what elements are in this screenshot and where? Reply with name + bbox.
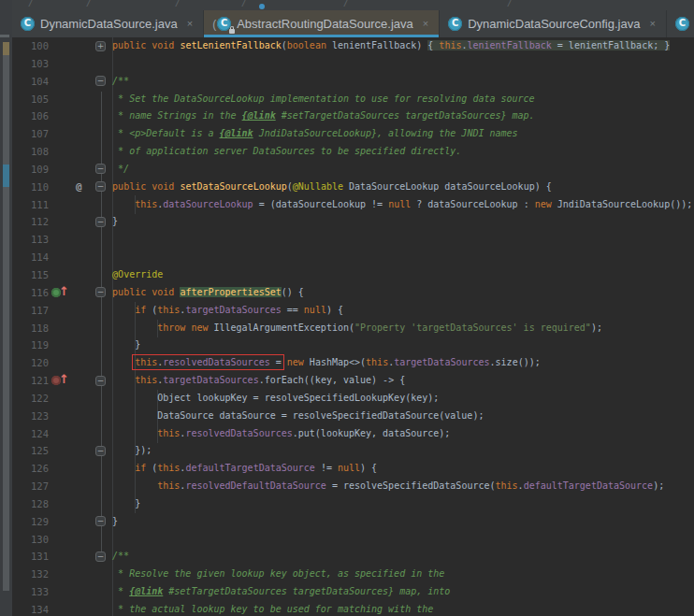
line-number[interactable]: 108: [12, 143, 49, 161]
tab-label: AbstractRoutingDataSource.java: [237, 17, 413, 31]
code-line[interactable]: 131− /**: [12, 548, 694, 566]
code-line[interactable]: 103: [12, 55, 694, 73]
line-number[interactable]: 131: [12, 548, 49, 566]
line-number[interactable]: 118: [12, 320, 49, 337]
code-line[interactable]: 111 this.dataSourceLookup = (dataSourceL…: [12, 196, 694, 214]
red-annotation-box: this.resolvedDataSources =: [135, 357, 282, 367]
annotation-at-icon[interactable]: @: [76, 179, 82, 196]
fold-marker-end-icon[interactable]: −: [95, 446, 106, 456]
overridden-lambda-icon[interactable]: ↑: [51, 375, 70, 387]
code-line[interactable]: 104− /**: [12, 73, 694, 91]
line-number[interactable]: 105: [12, 91, 49, 108]
stripe-mark-olive[interactable]: [3, 42, 9, 55]
code-line[interactable]: 105 * Set the DataSourceLookup implement…: [12, 91, 694, 108]
overrides-method-icon[interactable]: ↑: [51, 287, 70, 299]
close-icon[interactable]: ×: [185, 18, 195, 30]
breadcrumb[interactable]: ///////: [12, 0, 694, 10]
fold-marker-plus-icon[interactable]: +: [95, 41, 106, 51]
tab-dynamicdatasource-java[interactable]: CDynamicDataSource.java×: [12, 10, 204, 37]
line-number[interactable]: 130: [12, 531, 49, 549]
line-number[interactable]: 100: [12, 37, 49, 55]
code-line[interactable]: 109− */: [12, 161, 694, 179]
code-line[interactable]: 121↑− this.targetDataSources.forEach((ke…: [12, 372, 694, 390]
fold-marker-end-icon[interactable]: −: [95, 516, 106, 526]
code-line[interactable]: 115 @Override: [12, 266, 694, 284]
code-line[interactable]: 127 this.resolvedDefaultDataSource = res…: [12, 478, 694, 495]
fold-marker-end-icon[interactable]: −: [95, 217, 106, 227]
close-icon[interactable]: ×: [421, 18, 430, 30]
fold-marker-start-icon[interactable]: −: [95, 76, 106, 86]
fold-marker-start-icon[interactable]: −: [95, 552, 106, 562]
line-number[interactable]: 122: [12, 390, 49, 408]
code-line[interactable]: 100+ public void setLenientFallback(bool…: [12, 37, 694, 55]
line-number[interactable]: 115: [12, 266, 49, 284]
code-text: this.resolvedDefaultDataSource = resolve…: [90, 480, 664, 491]
line-number[interactable]: 125: [12, 442, 49, 460]
code-line[interactable]: 119 }: [12, 337, 694, 354]
line-number[interactable]: 126: [12, 460, 49, 478]
code-line[interactable]: 125− });: [12, 442, 694, 460]
line-number[interactable]: 107: [12, 125, 49, 143]
code-line[interactable]: 126 if (this.defaultTargetDataSource != …: [12, 460, 694, 478]
code-line[interactable]: 134 * the actual lookup key to be used f…: [12, 601, 694, 616]
code-line[interactable]: 112− }: [12, 213, 694, 231]
tab-datasou[interactable]: CDataSou: [667, 10, 694, 37]
line-number[interactable]: 112: [12, 213, 49, 231]
code-line[interactable]: 133 * {@link #setTargetDataSources targe…: [12, 583, 694, 601]
code-text: public void setDataSourceLookup(@Nullabl…: [90, 181, 552, 192]
line-number[interactable]: 110: [12, 179, 49, 196]
line-number[interactable]: 106: [12, 107, 49, 125]
line-number[interactable]: 123: [12, 408, 49, 425]
line-number[interactable]: 127: [12, 478, 49, 495]
line-number[interactable]: 114: [12, 249, 49, 266]
stripe-scroll-track[interactable]: [3, 42, 9, 591]
code-line[interactable]: 129− }: [12, 513, 694, 531]
line-number[interactable]: 111: [12, 196, 49, 214]
code-line[interactable]: 132 * Resolve the given lookup key objec…: [12, 566, 694, 583]
close-icon[interactable]: ×: [647, 18, 657, 30]
line-number[interactable]: 132: [12, 566, 49, 583]
code-line[interactable]: 130: [12, 531, 694, 549]
line-number[interactable]: 121: [12, 372, 49, 390]
line-number[interactable]: 116: [12, 284, 49, 302]
code-line[interactable]: 116↑− public void afterPropertiesSet() {: [12, 284, 694, 302]
code-line[interactable]: 118 throw new IllegalArgumentException("…: [12, 320, 694, 337]
stripe-mark-blue[interactable]: [3, 165, 9, 187]
code-line[interactable]: 124 this.resolvedDataSources.put(lookupK…: [12, 425, 694, 443]
line-number[interactable]: 119: [12, 337, 49, 354]
code-editor[interactable]: 100+ public void setLenientFallback(bool…: [12, 37, 694, 616]
tab-dynamicdatasourceconfig-java[interactable]: CDynamicDataSourceConfig.java×: [440, 10, 667, 37]
line-number[interactable]: 129: [12, 513, 49, 531]
line-number[interactable]: 109: [12, 161, 49, 179]
fold-marker-start-icon[interactable]: −: [95, 181, 106, 192]
fold-marker-start-icon[interactable]: −: [95, 376, 106, 386]
line-number[interactable]: 120: [12, 354, 49, 372]
line-number[interactable]: 104: [12, 73, 49, 91]
code-line[interactable]: 108 * of application server DataSources …: [12, 143, 694, 161]
code-line[interactable]: 123 DataSource dataSource = resolveSpeci…: [12, 408, 694, 425]
code-line[interactable]: 106 * name Strings in the {@link #setTar…: [12, 107, 694, 125]
stripe-minus-icon: [0, 35, 9, 37]
line-number[interactable]: 113: [12, 231, 49, 249]
code-line[interactable]: 120 this.resolvedDataSources = new HashM…: [12, 354, 694, 372]
code-line[interactable]: 117 if (this.targetDataSources == null) …: [12, 302, 694, 320]
line-number[interactable]: 128: [12, 495, 49, 513]
code-text: if (this.defaultTargetDataSource != null…: [90, 463, 377, 473]
line-number[interactable]: 103: [12, 55, 49, 73]
code-text: this.resolvedDataSources = new HashMap<>…: [90, 357, 541, 367]
line-number[interactable]: 124: [12, 425, 49, 443]
code-line[interactable]: 122 Object lookupKey = resolveSpecifiedL…: [12, 390, 694, 408]
tab-abstractroutingdatasource-java[interactable]: (CAbstractRoutingDataSource.java×: [204, 10, 440, 37]
fold-marker-end-icon[interactable]: −: [95, 164, 106, 174]
code-line[interactable]: 113: [12, 231, 694, 249]
line-number[interactable]: 117: [12, 302, 49, 320]
code-text: this.targetDataSources.forEach((key, val…: [90, 375, 405, 385]
line-number[interactable]: 134: [12, 601, 49, 616]
editor-tab-bar: CDynamicDataSource.java×(CAbstractRoutin…: [12, 10, 694, 37]
code-line[interactable]: 107 * <p>Default is a {@link JndiDataSou…: [12, 125, 694, 143]
fold-marker-start-icon[interactable]: −: [95, 287, 106, 297]
code-line[interactable]: 114: [12, 249, 694, 266]
code-line[interactable]: 128 }: [12, 495, 694, 513]
code-line[interactable]: 110@− public void setDataSourceLookup(@N…: [12, 179, 694, 196]
line-number[interactable]: 133: [12, 583, 49, 601]
